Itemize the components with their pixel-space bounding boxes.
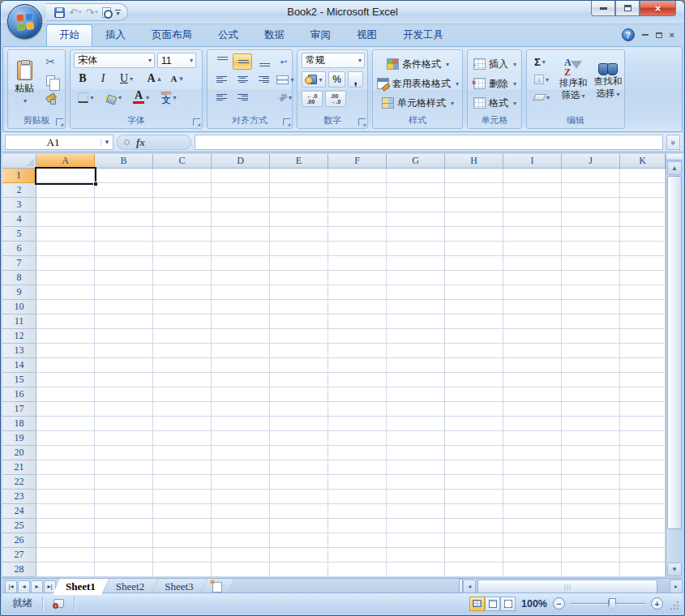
cell-G14[interactable] <box>387 358 445 373</box>
office-button[interactable] <box>7 4 42 39</box>
cell-J12[interactable] <box>562 329 620 344</box>
cell-H16[interactable] <box>445 387 503 402</box>
cell-D17[interactable] <box>212 402 270 417</box>
cell-D21[interactable] <box>212 460 270 475</box>
cell-I5[interactable] <box>503 227 562 242</box>
cell-K6[interactable] <box>620 242 666 256</box>
clear-button[interactable]: ▾ <box>531 89 555 105</box>
cell-C4[interactable] <box>153 212 212 227</box>
cell-K3[interactable] <box>620 198 666 212</box>
cell-D13[interactable] <box>212 344 270 358</box>
cut-button[interactable]: ✂ <box>40 53 61 70</box>
cell-F5[interactable] <box>328 227 387 242</box>
cell-D12[interactable] <box>212 329 270 344</box>
cell-C11[interactable] <box>153 314 212 329</box>
cell-B26[interactable] <box>95 533 153 548</box>
cell-G16[interactable] <box>387 387 445 402</box>
decrease-indent-button[interactable] <box>212 89 231 105</box>
row-header-24[interactable]: 24 <box>2 504 36 519</box>
cell-H2[interactable] <box>445 183 503 198</box>
cell-G4[interactable] <box>387 212 445 227</box>
workbook-minimize-button[interactable] <box>642 34 649 36</box>
cell-G27[interactable] <box>387 548 445 563</box>
cell-H23[interactable] <box>445 490 503 504</box>
cell-C20[interactable] <box>153 446 212 460</box>
row-header-15[interactable]: 15 <box>2 373 36 387</box>
copy-button[interactable] <box>40 72 61 88</box>
cell-C28[interactable] <box>153 563 212 577</box>
ribbon-tab-review[interactable]: 审阅 <box>298 24 344 46</box>
cell-E24[interactable] <box>270 504 328 519</box>
cell-J18[interactable] <box>562 417 620 431</box>
row-header-18[interactable]: 18 <box>2 417 36 431</box>
cell-C19[interactable] <box>153 431 212 446</box>
name-box[interactable]: A1 ▼ <box>5 135 113 150</box>
cell-K7[interactable] <box>620 256 666 271</box>
cell-K4[interactable] <box>620 212 666 227</box>
cell-B28[interactable] <box>95 563 153 577</box>
sheet-tab-sheet1[interactable]: Sheet1 <box>53 579 109 595</box>
cell-K20[interactable] <box>620 446 666 460</box>
cell-K14[interactable] <box>620 358 666 373</box>
cell-C17[interactable] <box>153 402 212 417</box>
cell-G25[interactable] <box>387 519 445 533</box>
cell-E3[interactable] <box>270 198 328 212</box>
cell-I1[interactable] <box>503 169 562 183</box>
cell-D22[interactable] <box>212 475 270 490</box>
cell-K13[interactable] <box>620 344 666 358</box>
column-header-I[interactable]: I <box>503 154 562 169</box>
scroll-down-button[interactable]: ▼ <box>667 563 682 576</box>
cell-E14[interactable] <box>270 358 328 373</box>
cell-C15[interactable] <box>153 373 212 387</box>
column-header-G[interactable]: G <box>387 154 445 169</box>
cell-F2[interactable] <box>328 183 387 198</box>
cell-I12[interactable] <box>503 329 562 344</box>
cell-B12[interactable] <box>95 329 153 344</box>
alignment-dialog-launcher[interactable] <box>283 118 290 126</box>
cell-J8[interactable] <box>562 271 620 285</box>
cell-F23[interactable] <box>328 490 387 504</box>
formula-bar-gripper[interactable] <box>124 139 130 145</box>
cell-E20[interactable] <box>270 446 328 460</box>
cell-F9[interactable] <box>328 285 387 300</box>
column-header-J[interactable]: J <box>562 154 620 169</box>
row-header-2[interactable]: 2 <box>2 183 36 198</box>
cell-E27[interactable] <box>270 548 328 563</box>
cell-C12[interactable] <box>153 329 212 344</box>
cell-I6[interactable] <box>503 242 562 256</box>
cell-C16[interactable] <box>153 387 212 402</box>
cell-I15[interactable] <box>503 373 562 387</box>
cell-K22[interactable] <box>620 475 666 490</box>
number-format-select[interactable]: 常规▾ <box>302 53 365 68</box>
cell-H27[interactable] <box>445 548 503 563</box>
delete-cells-button[interactable]: × 删除▾ <box>471 74 519 93</box>
row-header-28[interactable]: 28 <box>2 563 36 577</box>
cell-A23[interactable] <box>36 490 95 504</box>
cell-G22[interactable] <box>387 475 445 490</box>
cell-F7[interactable] <box>328 256 387 271</box>
row-header-17[interactable]: 17 <box>2 402 36 417</box>
cell-D1[interactable] <box>212 169 270 183</box>
cell-F20[interactable] <box>328 446 387 460</box>
cell-D20[interactable] <box>212 446 270 460</box>
zoom-in-button[interactable]: + <box>651 597 663 610</box>
column-header-F[interactable]: F <box>328 154 387 169</box>
cell-I2[interactable] <box>503 183 562 198</box>
cell-F14[interactable] <box>328 358 387 373</box>
cell-H7[interactable] <box>445 256 503 271</box>
cell-K15[interactable] <box>620 373 666 387</box>
cell-G12[interactable] <box>387 329 445 344</box>
cell-H3[interactable] <box>445 198 503 212</box>
cell-B18[interactable] <box>95 417 153 431</box>
cell-B14[interactable] <box>95 358 153 373</box>
cell-G9[interactable] <box>387 285 445 300</box>
select-all-corner[interactable] <box>2 154 36 169</box>
cell-B3[interactable] <box>95 198 153 212</box>
cell-F26[interactable] <box>328 533 387 548</box>
cell-H15[interactable] <box>445 373 503 387</box>
italic-button[interactable]: I <box>94 71 112 87</box>
cell-A28[interactable] <box>36 563 95 577</box>
cell-H8[interactable] <box>445 271 503 285</box>
cell-I20[interactable] <box>503 446 562 460</box>
row-header-13[interactable]: 13 <box>2 344 36 358</box>
